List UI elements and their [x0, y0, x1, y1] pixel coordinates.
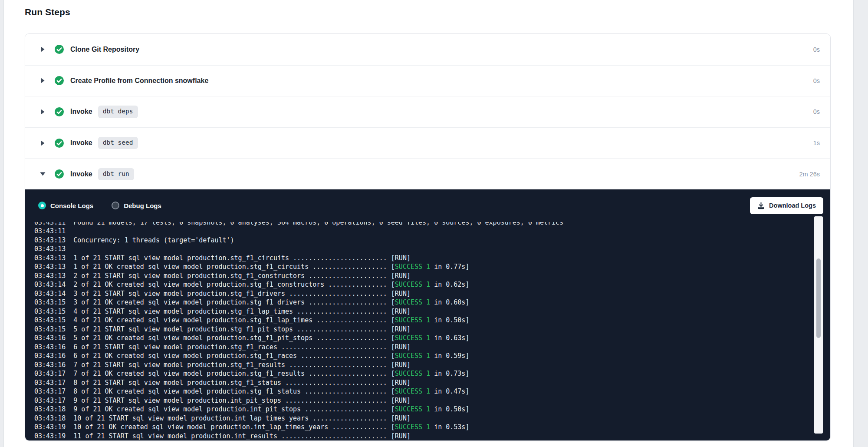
log-timestamp: 03:43:17 [34, 379, 66, 387]
page-title: Run Steps [25, 7, 70, 17]
chevron-down-icon[interactable] [39, 171, 46, 177]
page-left-gutter [0, 0, 4, 447]
log-line: 03:43:17 8 of 21 OK created sql view mod… [34, 387, 830, 396]
log-success-status: SUCCESS 1 [395, 387, 430, 395]
log-success-status: SUCCESS 1 [395, 281, 430, 288]
log-timestamp: 03:43:13 [34, 272, 66, 280]
log-success-status: SUCCESS 1 [395, 316, 430, 324]
log-timestamp: 03:43:16 [34, 334, 66, 342]
step-row-dbt-seed[interactable]: Invokedbt seed1s [25, 127, 830, 159]
log-timestamp: 03:43:13 [34, 263, 66, 271]
log-line: 03:43:15 4 of 21 START sql view model pr… [34, 307, 830, 316]
step-label: Invoke [70, 108, 92, 116]
log-line: 03:43:13 [34, 245, 830, 254]
log-success-status: SUCCESS 1 [395, 334, 430, 342]
log-timestamp: 03:43:19 [34, 432, 66, 440]
success-check-icon [55, 169, 64, 179]
step-label: Clone Git Repository [70, 46, 139, 53]
log-timestamp: 03:43:13 [34, 236, 66, 244]
chevron-right-icon[interactable] [39, 78, 46, 84]
log-timestamp: 03:43:16 [34, 361, 66, 369]
run-steps-list: Clone Git Repository0sCreate Profile fro… [25, 34, 830, 189]
step-row-create-profile-from-connection-snowflake[interactable]: Create Profile from Connection snowflake… [25, 65, 830, 96]
log-timestamp: 03:43:18 [34, 414, 66, 422]
step-duration: 0s [813, 46, 820, 53]
step-duration: 0s [813, 108, 820, 115]
step-label: Create Profile from Connection snowflake [70, 77, 208, 85]
log-line: 03:43:16 6 of 21 START sql view model pr… [34, 343, 830, 352]
step-duration: 0s [813, 77, 820, 84]
log-line: 03:43:15 3 of 21 OK created sql view mod… [34, 298, 830, 307]
log-line: 03:43:16 6 of 21 OK created sql view mod… [34, 351, 830, 361]
console-scrollbar-track[interactable] [814, 216, 823, 434]
debug-logs-label: Debug Logs [124, 202, 161, 209]
success-check-icon [55, 107, 64, 116]
log-line: 03:43:13 1 of 21 OK created sql view mod… [34, 262, 830, 272]
log-timestamp: 03:43:19 [34, 423, 66, 431]
command-pill: dbt deps [98, 106, 138, 118]
log-line: 03:43:13 1 of 21 START sql view model pr… [34, 254, 830, 263]
log-success-status: SUCCESS 1 [395, 263, 430, 271]
log-line: 03:43:15 4 of 21 OK created sql view mod… [34, 316, 830, 325]
log-line: 03:43:17 9 of 21 START sql view model pr… [34, 396, 830, 405]
console-logs-radio-group[interactable]: Console Logs [38, 202, 93, 209]
log-timestamp: 03:43:15 [34, 298, 66, 306]
log-line: 03:43:11 Found 21 models, 17 tests, 0 sn… [34, 222, 830, 227]
console-toolbar: Console Logs Debug Logs Download Logs [25, 189, 830, 222]
log-timestamp: 03:43:16 [34, 343, 66, 351]
log-timestamp: 03:43:18 [34, 405, 66, 413]
log-timestamp: 03:43:13 [34, 245, 66, 253]
run-steps-card: Clone Git Repository0sCreate Profile fro… [25, 33, 831, 441]
chevron-right-icon[interactable] [39, 46, 46, 53]
log-line: 03:43:13 Concurrency: 1 threads (target=… [34, 236, 830, 245]
log-success-status: SUCCESS 1 [395, 352, 430, 360]
log-line: 03:43:19 11 of 21 START sql view model p… [34, 432, 830, 441]
download-logs-button[interactable]: Download Logs [750, 197, 823, 214]
step-duration: 2m 26s [799, 171, 820, 178]
command-pill: dbt run [98, 168, 134, 180]
debug-logs-radio-group[interactable]: Debug Logs [112, 202, 161, 209]
log-line: 03:43:16 5 of 21 OK created sql view mod… [34, 334, 830, 343]
log-timestamp: 03:43:15 [34, 325, 66, 333]
console-log-viewport[interactable]: 03:43:11 Found 21 models, 17 tests, 0 sn… [25, 222, 830, 441]
step-row-dbt-deps[interactable]: Invokedbt deps0s [25, 96, 830, 127]
command-pill: dbt seed [98, 137, 138, 149]
console-panel: Console Logs Debug Logs Download Logs 03… [25, 189, 830, 441]
log-timestamp: 03:43:13 [34, 254, 66, 262]
log-timestamp: 03:43:15 [34, 316, 66, 324]
success-check-icon [55, 45, 64, 54]
debug-logs-radio[interactable] [112, 202, 119, 209]
log-line: 03:43:15 5 of 21 START sql view model pr… [34, 325, 830, 334]
page-right-gutter [853, 0, 868, 447]
log-line: 03:43:18 10 of 21 START sql view model p… [34, 414, 830, 423]
log-line: 03:43:14 2 of 21 OK created sql view mod… [34, 280, 830, 289]
log-success-status: SUCCESS 1 [395, 405, 430, 413]
log-timestamp: 03:43:14 [34, 281, 66, 288]
log-line: 03:43:13 2 of 21 START sql view model pr… [34, 272, 830, 281]
log-line: 03:43:19 10 of 21 OK created sql view mo… [34, 423, 830, 432]
download-logs-label: Download Logs [769, 202, 816, 209]
log-success-status: SUCCESS 1 [395, 298, 430, 306]
log-timestamp: 03:43:17 [34, 387, 66, 395]
log-timestamp: 03:43:14 [34, 290, 66, 298]
console-logs-radio[interactable] [38, 202, 46, 209]
console-scrollbar-thumb[interactable] [816, 258, 821, 338]
chevron-right-icon[interactable] [39, 140, 46, 146]
log-line: 03:43:11 [34, 227, 830, 236]
step-row-dbt-run[interactable]: Invokedbt run2m 26s [25, 158, 830, 189]
log-success-status: SUCCESS 1 [395, 423, 430, 431]
step-label: Invoke [70, 139, 92, 147]
log-line: 03:43:14 3 of 21 START sql view model pr… [34, 289, 830, 298]
log-line: 03:43:17 7 of 21 OK created sql view mod… [34, 369, 830, 378]
log-line: 03:43:16 7 of 21 START sql view model pr… [34, 361, 830, 370]
console-logs-label: Console Logs [50, 202, 93, 209]
chevron-right-icon[interactable] [39, 109, 46, 115]
log-timestamp: 03:43:15 [34, 308, 66, 315]
success-check-icon [55, 76, 64, 85]
log-timestamp: 03:43:17 [34, 397, 66, 404]
console-log-lines: 03:43:11 Found 21 models, 17 tests, 0 sn… [34, 222, 830, 441]
download-icon [757, 202, 765, 209]
success-check-icon [55, 139, 64, 148]
log-line: 03:43:17 8 of 21 START sql view model pr… [34, 378, 830, 387]
step-row-clone-git-repository[interactable]: Clone Git Repository0s [25, 34, 830, 65]
